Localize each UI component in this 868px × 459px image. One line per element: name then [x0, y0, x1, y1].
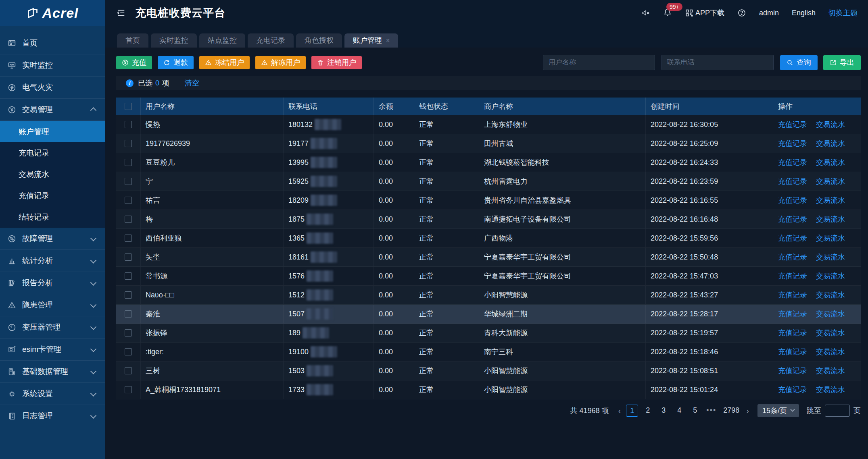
sidebar-item-realtime[interactable]: 实时监控	[0, 54, 105, 77]
mute-speaker-icon[interactable]	[641, 8, 650, 17]
sidebar-item-recharge-records[interactable]: 充值记录	[0, 185, 105, 206]
page-number[interactable]: 3	[657, 405, 670, 417]
sidebar-item-carryover-records[interactable]: 结转记录	[0, 206, 105, 228]
transaction-flow-link[interactable]: 交易流水	[816, 366, 845, 376]
row-checkbox[interactable]	[125, 159, 132, 166]
tab[interactable]: 站点监控	[199, 33, 245, 48]
row-checkbox[interactable]	[125, 272, 132, 280]
row-checkbox[interactable]	[125, 386, 132, 393]
page-number[interactable]: 2	[642, 405, 654, 417]
notification-bell[interactable]: 99+	[663, 8, 672, 19]
sidebar-item-home[interactable]: 首页	[0, 32, 105, 54]
username-filter-input[interactable]	[543, 55, 655, 70]
transaction-flow-link[interactable]: 交易流水	[816, 158, 845, 167]
deregister-user-button[interactable]: 注销用户	[311, 56, 362, 69]
recharge-record-link[interactable]: 充值记录	[778, 309, 807, 319]
sidebar-item-transformer-mgmt[interactable]: 变压器管理	[0, 316, 105, 339]
page-number[interactable]: 2798	[722, 405, 741, 417]
recharge-button[interactable]: 充值	[116, 56, 152, 69]
transaction-flow-link[interactable]: 交易流水	[816, 271, 845, 281]
prev-page-arrow[interactable]: ‹	[617, 406, 623, 415]
recharge-record-link[interactable]: 充值记录	[778, 290, 807, 300]
row-checkbox[interactable]	[125, 235, 132, 242]
page-number[interactable]: 4	[673, 405, 685, 417]
transaction-flow-link[interactable]: 交易流水	[816, 328, 845, 338]
sidebar-item-base-data[interactable]: 基础数据管理	[0, 361, 105, 383]
tab[interactable]: 实时监控	[151, 33, 197, 48]
export-button[interactable]: 导出	[823, 55, 861, 70]
recharge-record-link[interactable]: 充值记录	[778, 139, 807, 148]
recharge-record-link[interactable]: 充值记录	[778, 233, 807, 243]
sidebar-item-esim-mgmt[interactable]: esim卡管理	[0, 339, 105, 361]
sidebar-item-transaction-flow[interactable]: 交易流水	[0, 164, 105, 185]
transaction-flow-link[interactable]: 交易流水	[816, 385, 845, 395]
row-checkbox[interactable]	[125, 310, 132, 318]
row-checkbox[interactable]	[125, 178, 132, 185]
row-checkbox[interactable]	[125, 216, 132, 223]
sidebar-item-log-mgmt[interactable]: 日志管理	[0, 405, 105, 427]
transaction-flow-link[interactable]: 交易流水	[816, 139, 845, 148]
app-download-link[interactable]: APP下载	[685, 8, 724, 18]
freeze-user-button[interactable]: 冻结用户	[199, 56, 250, 69]
transaction-flow-link[interactable]: 交易流水	[816, 120, 845, 129]
clear-selection-link[interactable]: 清空	[185, 78, 199, 88]
page-number[interactable]: •••	[705, 405, 718, 417]
recharge-record-link[interactable]: 充值记录	[778, 158, 807, 167]
transaction-flow-link[interactable]: 交易流水	[816, 290, 845, 300]
tab-close-icon[interactable]: ×	[386, 33, 390, 48]
row-checkbox[interactable]	[125, 121, 132, 128]
recharge-record-link[interactable]: 充值记录	[778, 195, 807, 205]
select-all-checkbox[interactable]	[125, 103, 132, 110]
recharge-record-link[interactable]: 充值记录	[778, 120, 807, 129]
row-checkbox[interactable]	[125, 348, 132, 355]
jump-to-page-input[interactable]	[825, 405, 850, 417]
recharge-record-link[interactable]: 充值记录	[778, 271, 807, 281]
recharge-record-link[interactable]: 充值记录	[778, 385, 807, 395]
transaction-flow-link[interactable]: 交易流水	[816, 195, 845, 205]
page-number[interactable]: 1	[626, 405, 638, 417]
refund-button[interactable]: 退款	[158, 56, 194, 69]
row-checkbox[interactable]	[125, 140, 132, 147]
transaction-flow-link[interactable]: 交易流水	[816, 347, 845, 357]
recharge-record-link[interactable]: 充值记录	[778, 347, 807, 357]
search-button[interactable]: 查询	[780, 55, 818, 70]
recharge-record-link[interactable]: 充值记录	[778, 252, 807, 262]
sidebar-item-electric-fire[interactable]: 电气火灾	[0, 77, 105, 99]
help-icon[interactable]	[737, 8, 746, 17]
recharge-record-link[interactable]: 充值记录	[778, 366, 807, 376]
tab[interactable]: 账户管理 ×	[344, 33, 398, 48]
theme-toggle-link[interactable]: 切换主题	[828, 8, 858, 18]
language-switch[interactable]: English	[792, 9, 816, 17]
transaction-flow-link[interactable]: 交易流水	[816, 214, 845, 224]
sidebar-item-charge-records[interactable]: 充电记录	[0, 142, 105, 164]
tab[interactable]: 充电记录	[248, 33, 294, 48]
row-checkbox[interactable]	[125, 367, 132, 374]
phone-filter-input[interactable]	[661, 55, 774, 70]
transaction-flow-link[interactable]: 交易流水	[816, 252, 845, 262]
unfreeze-user-button[interactable]: 解冻用户	[255, 56, 306, 69]
row-checkbox[interactable]	[125, 253, 132, 261]
sidebar-item-account-mgmt[interactable]: 账户管理	[0, 121, 105, 142]
next-page-arrow[interactable]: ›	[745, 406, 751, 415]
recharge-record-link[interactable]: 充值记录	[778, 328, 807, 338]
row-checkbox[interactable]	[125, 197, 132, 204]
sidebar-item-fault-mgmt[interactable]: 故障管理	[0, 228, 105, 250]
username-label[interactable]: admin	[759, 9, 779, 17]
menu-fold-icon[interactable]	[116, 8, 126, 18]
sidebar-item-statistics[interactable]: 统计分析	[0, 250, 105, 272]
tab[interactable]: 角色授权	[296, 33, 342, 48]
transaction-flow-link[interactable]: 交易流水	[816, 233, 845, 243]
page-size-select[interactable]: 15条/页	[757, 404, 799, 417]
sidebar-item-reports[interactable]: 报告分析	[0, 272, 105, 294]
tab[interactable]: 首页	[117, 33, 148, 48]
row-checkbox[interactable]	[125, 291, 132, 299]
sidebar-item-trade-mgmt[interactable]: 交易管理	[0, 99, 105, 121]
row-checkbox[interactable]	[125, 329, 132, 336]
recharge-record-link[interactable]: 充值记录	[778, 177, 807, 186]
sidebar-item-system-settings[interactable]: 系统设置	[0, 383, 105, 405]
transaction-flow-link[interactable]: 交易流水	[816, 309, 845, 319]
sidebar-item-hazard-mgmt[interactable]: 隐患管理	[0, 294, 105, 316]
transaction-flow-link[interactable]: 交易流水	[816, 177, 845, 186]
recharge-record-link[interactable]: 充值记录	[778, 214, 807, 224]
page-number[interactable]: 5	[689, 405, 701, 417]
